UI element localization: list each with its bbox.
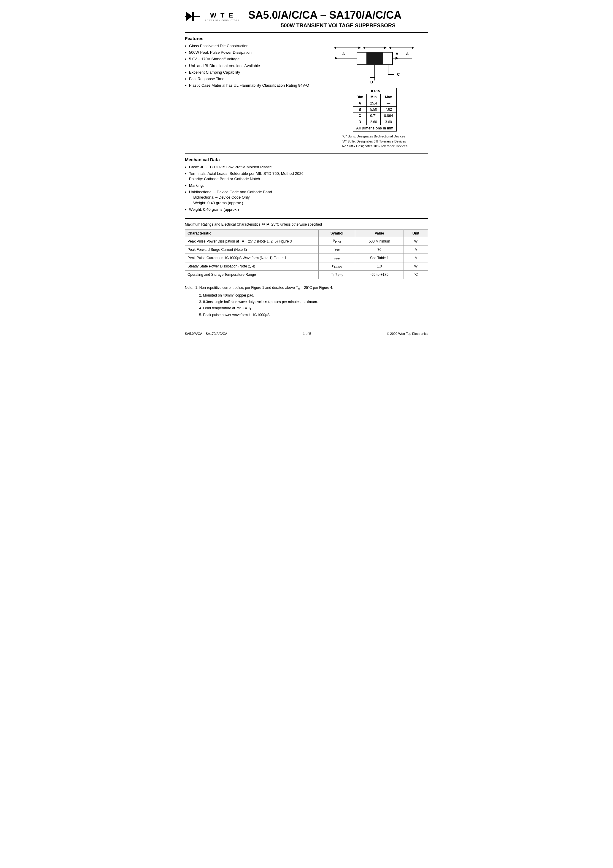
table-row: B 5.50 7.62	[353, 107, 396, 113]
ratings-section: Maximum Ratings and Electrical Character…	[185, 222, 428, 279]
list-item: Plastic Case Material has UL Flammabilit…	[185, 83, 316, 88]
suffix-note-3: No Suffix Designates 10% Tolerance Devic…	[342, 144, 407, 149]
list-item: Case: JEDEC DO-15 Low Profile Molded Pla…	[185, 164, 316, 170]
note-3: 3. 8.3ms single half sine-wave duty cycl…	[199, 299, 428, 305]
suffix-notes: "C" Suffix Designates Bi-directional Dev…	[342, 134, 407, 149]
char-col-header: Characteristic	[185, 230, 319, 237]
features-section: Features Glass Passivated Die Constructi…	[185, 36, 428, 149]
table-row: Steady State Power Dissipation (Note 2, …	[185, 262, 428, 270]
value-col-header: Value	[355, 230, 404, 237]
svg-marker-0	[186, 12, 192, 21]
list-item: Marking:	[185, 183, 316, 188]
list-item: 500W Peak Pulse Power Dissipation	[185, 50, 316, 55]
main-title: SA5.0/A/C/CA – SA170/A/C/CA	[248, 9, 428, 22]
notes-section: Note: 1. Non-repetitive current pulse, p…	[185, 285, 428, 318]
list-item: 5.0V – 170V Standoff Voltage	[185, 56, 316, 62]
table-row: A 25.4 —	[353, 100, 396, 107]
svg-text:D: D	[370, 80, 373, 84]
logo-text: W T E POWER SEMICONDUCTORS	[205, 12, 240, 22]
page-header: W T E POWER SEMICONDUCTORS SA5.0/A/C/CA …	[185, 9, 428, 29]
unit-col-header: Unit	[404, 230, 428, 237]
sub-title: 500W TRANSIENT VOLTAGE SUPPRESSORS	[248, 23, 428, 29]
note-4: 4. Lead temperature at 75°C = TL	[199, 305, 428, 312]
list-item: Uni- and Bi-Directional Versions Availab…	[185, 63, 316, 68]
table-row: Peak Pulse Current on 10/1000μS Waveform…	[185, 254, 428, 262]
symbol-cell: PPPM	[319, 237, 355, 245]
table-row: D 2.60 3.60	[353, 119, 396, 125]
table-row-footer: All Dimensions in mm	[353, 125, 396, 132]
suffix-note-2: "A" Suffix Designates 5% Tolerance Devic…	[342, 139, 407, 144]
table-row: Peak Pulse Power Dissipation at TA = 25°…	[185, 237, 428, 245]
svg-rect-1	[192, 12, 194, 21]
diode-diagram: A B A A C D	[333, 39, 416, 85]
dim-col-header: Dim	[353, 94, 367, 100]
svg-marker-30	[412, 46, 414, 49]
list-item: Weight: 0.40 grams (approx.)	[185, 207, 316, 212]
symbol-cell: Ti, TSTG	[319, 270, 355, 279]
list-item: Unidirectional – Device Code and Cathode…	[185, 189, 316, 206]
dimension-table: DO-15 Dim Min Max A 25.4 — B 5.50 7.62	[353, 88, 396, 132]
svg-text:C: C	[397, 72, 400, 77]
svg-marker-7	[335, 57, 337, 60]
list-item: Fast Response Time	[185, 76, 316, 82]
svg-text:A: A	[406, 52, 409, 56]
symbol-col-header: Symbol	[319, 230, 355, 237]
svg-marker-26	[363, 46, 365, 49]
mechanical-list: Case: JEDEC DO-15 Low Profile Molded Pla…	[185, 164, 316, 212]
page-footer: SA5.0/A/CA – SA170/A/C/CA 1 of 5 © 2002 …	[185, 330, 428, 335]
features-right: A B A A C D	[321, 36, 428, 149]
dim-table-title: DO-15	[353, 88, 396, 95]
features-title: Features	[185, 36, 316, 41]
list-item: Excellent Clamping Capability	[185, 70, 316, 75]
table-row: C 0.71 0.864	[353, 113, 396, 119]
svg-text:A: A	[342, 52, 345, 56]
list-item: Glass Passivated Die Construction	[185, 43, 316, 49]
symbol-cell: PM(AV)	[319, 262, 355, 270]
note-5: 5. Peak pulse power waveform is 10/1000μ…	[199, 312, 428, 318]
note-intro: Note: 1. Non-repetitive current pulse, p…	[185, 285, 428, 291]
symbol-cell: IFSM	[319, 245, 355, 254]
list-item: Terminals: Axial Leads, Solderable per M…	[185, 171, 316, 182]
mechanical-divider	[185, 153, 428, 154]
ratings-table: Characteristic Symbol Value Unit Peak Pu…	[185, 229, 428, 279]
logo-area: W T E POWER SEMICONDUCTORS	[185, 9, 240, 24]
svg-marker-29	[389, 46, 391, 49]
logo-icon	[185, 9, 203, 24]
mechanical-right	[321, 157, 428, 214]
features-left: Features Glass Passivated Die Constructi…	[185, 36, 316, 149]
min-col-header: Min	[367, 94, 381, 100]
header-divider	[185, 33, 428, 33]
features-list: Glass Passivated Die Construction 500W P…	[185, 43, 316, 88]
mechanical-left: Mechanical Data Case: JEDEC DO-15 Low Pr…	[185, 157, 316, 214]
svg-marker-24	[358, 46, 361, 49]
mechanical-title: Mechanical Data	[185, 157, 316, 162]
logo-wte-label: W T E	[210, 12, 234, 19]
note-2: 2. Mounted on 40mm2 copper pad.	[199, 292, 428, 298]
table-row: Peak Forward Surge Current (Note 3) IFSM…	[185, 245, 428, 254]
mechanical-section: Mechanical Data Case: JEDEC DO-15 Low Pr…	[185, 157, 428, 214]
svg-marker-23	[334, 46, 336, 49]
title-area: SA5.0/A/C/CA – SA170/A/C/CA 500W TRANSIE…	[248, 9, 428, 29]
ratings-divider	[185, 218, 428, 219]
footer-left: SA5.0/A/CA – SA170/A/C/CA	[185, 332, 227, 335]
footer-center: 1 of 5	[303, 332, 311, 335]
svg-rect-13	[367, 52, 383, 65]
footer-right: © 2002 Won-Top Electronics	[387, 332, 428, 335]
ratings-title: Maximum Ratings and Electrical Character…	[185, 222, 428, 226]
svg-marker-27	[384, 46, 387, 49]
symbol-cell: IPPM	[319, 254, 355, 262]
svg-text:A: A	[396, 52, 398, 56]
table-row: Operating and Storage Temperature Range …	[185, 270, 428, 279]
logo-sub-label: POWER SEMICONDUCTORS	[205, 19, 240, 22]
suffix-note-1: "C" Suffix Designates Bi-directional Dev…	[342, 134, 407, 139]
max-col-header: Max	[380, 94, 396, 100]
